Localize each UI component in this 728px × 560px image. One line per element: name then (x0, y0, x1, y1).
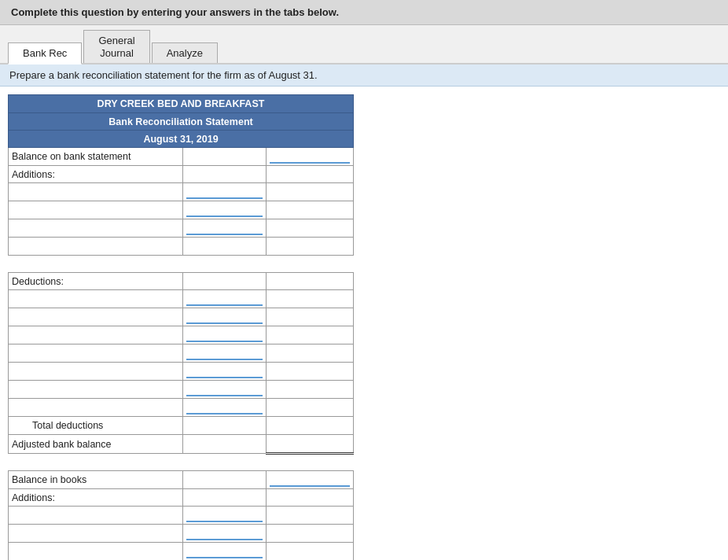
addition-val-2[interactable] (186, 203, 263, 217)
adjusted-label: Adjusted bank balance (9, 435, 183, 454)
table-row (9, 525, 354, 543)
deduction-label-1[interactable] (12, 292, 179, 306)
adjusted-right-val[interactable] (270, 437, 350, 451)
deduction-val-4[interactable] (186, 346, 263, 360)
table-row (9, 399, 354, 417)
bank-balance-input[interactable] (270, 149, 350, 164)
input-cell (183, 148, 267, 166)
table-row (9, 363, 354, 381)
tab-analyze[interactable]: Analyze (152, 42, 218, 63)
reconciliation-table: DRY CREEK BED AND BREAKFAST Bank Reconci… (8, 94, 354, 560)
total-deductions-row: Total deductions (9, 417, 354, 435)
table-row (9, 543, 354, 560)
deduction-val-6[interactable] (186, 382, 263, 396)
table-row (9, 326, 354, 344)
addition-label-2[interactable] (12, 203, 179, 217)
table-row (9, 219, 354, 238)
table-row (9, 308, 354, 326)
adjusted-mid-val[interactable] (186, 437, 263, 451)
addition-label-3[interactable] (12, 221, 179, 235)
table-row (9, 183, 354, 201)
deduction-label-7[interactable] (12, 400, 179, 414)
spacer-row-2 (9, 454, 354, 471)
books-addition-label-2[interactable] (12, 526, 179, 540)
addition-label-4[interactable] (12, 239, 179, 253)
form-area: DRY CREEK BED AND BREAKFAST Bank Reconci… (0, 87, 728, 560)
deduction-val-1[interactable] (186, 292, 263, 306)
table-row: Deductions: (9, 273, 354, 290)
table-row: Balance on bank statement (9, 148, 354, 166)
balance-in-books-row: Balance in books (9, 471, 354, 489)
books-addition-label-3[interactable] (12, 544, 179, 558)
adjusted-bank-balance-row: Adjusted bank balance (9, 435, 354, 454)
books-additions-label-row: Additions: (9, 489, 354, 507)
balance-in-books-val[interactable] (270, 473, 350, 487)
deduction-label-6[interactable] (12, 382, 179, 396)
table-header-subtitle: Bank Reconciliation Statement (9, 113, 354, 131)
table-row (9, 381, 354, 399)
additions-label: Additions: (9, 166, 183, 183)
balance-in-books-label: Balance in books (9, 471, 183, 489)
tab-bank-rec[interactable]: Bank Rec (8, 42, 82, 64)
table-row (9, 201, 354, 219)
books-addition-val-1[interactable] (186, 508, 263, 522)
tab-general-journal[interactable]: GeneralJournal (83, 30, 149, 63)
total-deductions-val[interactable] (186, 418, 263, 433)
deduction-val-2[interactable] (186, 310, 263, 324)
deduction-val-7[interactable] (186, 400, 263, 414)
table-row (9, 290, 354, 308)
row-label: Balance on bank statement (9, 148, 183, 166)
table-header-date: August 31, 2019 (9, 131, 354, 148)
table-header-title: DRY CREEK BED AND BREAKFAST (9, 95, 354, 113)
deduction-val-3[interactable] (186, 328, 263, 342)
deduction-val-5[interactable] (186, 364, 263, 378)
input-cell (266, 148, 353, 166)
instruction-bar: Complete this question by entering your … (0, 0, 728, 25)
table-row (9, 344, 354, 363)
sub-instruction: Prepare a bank reconciliation statement … (0, 64, 728, 87)
books-addition-val-2[interactable] (186, 526, 263, 540)
tabs-container: Bank Rec GeneralJournal Analyze (0, 25, 728, 64)
deductions-label: Deductions: (9, 273, 183, 290)
addition-label-1[interactable] (12, 185, 179, 199)
books-additions-label: Additions: (9, 489, 183, 507)
total-deductions-label: Total deductions (9, 417, 183, 435)
deduction-label-5[interactable] (12, 364, 179, 378)
deduction-label-4[interactable] (12, 346, 179, 360)
spacer-row (9, 256, 354, 273)
books-addition-label-1[interactable] (12, 508, 179, 522)
deduction-label-2[interactable] (12, 310, 179, 324)
table-row: Additions: (9, 166, 354, 183)
deduction-label-3[interactable] (12, 328, 179, 342)
addition-val-1[interactable] (186, 185, 263, 199)
books-addition-val-3[interactable] (186, 544, 263, 558)
table-row (9, 238, 354, 256)
addition-val-3[interactable] (186, 221, 263, 235)
table-row (9, 507, 354, 525)
